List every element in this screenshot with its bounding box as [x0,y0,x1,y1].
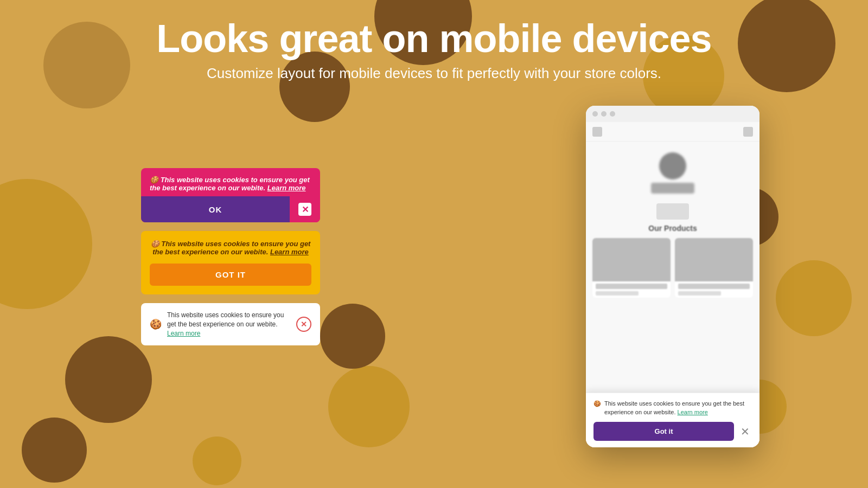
browser-got-it-button[interactable]: Got it [593,422,734,441]
cookie-banner-3: 🍪 This website uses cookies to ensure yo… [141,303,320,345]
product-price-1 [596,291,639,296]
products-title: Our Products [592,224,753,233]
browser-cookie-icon: 🍪 [593,400,601,408]
banner-1-actions: OK ✕ [141,196,320,222]
banner-3-learn-more[interactable]: Learn more [167,330,200,337]
browser-titlebar [586,106,760,122]
product-name-1 [596,284,667,289]
product-info-1 [592,281,671,298]
banner-2-got-it-button[interactable]: GOT IT [150,264,311,286]
products-grid [592,238,753,298]
banner-3-text: This website uses cookies to ensure you … [167,311,291,338]
product-image-1 [592,238,671,281]
banner-2-text: 🍪 This website uses cookies to ensure yo… [150,240,311,256]
product-card-2 [675,238,753,298]
close-icon-browser: ✕ [741,426,750,438]
browser-dot-yellow [601,111,607,117]
browser-menu-icon [743,127,753,137]
browser-learn-more[interactable]: Learn more [678,409,708,415]
browser-toolbar [586,122,760,142]
background-circle [65,336,152,423]
product-card-1 [592,238,671,298]
background-circle [193,436,241,485]
browser-cookie-banner: 🍪This website uses cookies to ensure you… [586,393,760,447]
product-image-2 [675,238,753,281]
banner-3-close-button[interactable]: ✕ [296,317,311,332]
browser-cookie-actions: Got it ✕ [593,422,752,441]
store-header [586,142,760,199]
product-name-2 [678,284,750,289]
cookie-banner-1: 🍪 This website uses cookies to ensure yo… [141,168,320,222]
browser-mockup: Our Products [586,106,760,447]
browser-content: Our Products [586,122,760,447]
cookie-icon-3: 🍪 [150,318,162,330]
browser-close-button[interactable]: ✕ [738,425,752,438]
background-circle [0,179,92,309]
background-circle [776,260,852,336]
close-icon-3: ✕ [301,320,307,329]
page-header: Looks great on mobile devices Customize … [0,0,868,82]
banner-1-close-button[interactable]: ✕ [290,196,320,222]
cookie-banners: 🍪 This website uses cookies to ensure yo… [141,168,320,345]
browser-cookie-text: 🍪This website uses cookies to ensure you… [593,400,752,416]
browser-dot-green [610,111,615,117]
cookie-banner-2: 🍪 This website uses cookies to ensure yo… [141,231,320,294]
page-subtitle: Customize layout for mobile devices to f… [0,65,868,82]
banner-1-learn-more[interactable]: Learn more [267,184,306,192]
background-circle [22,418,87,483]
close-icon: ✕ [298,203,311,216]
browser-dot-red [592,111,598,117]
background-circle [328,366,410,447]
page-title: Looks great on mobile devices [0,16,868,61]
product-price-2 [678,291,721,296]
store-name [651,183,694,194]
store-logo [659,152,686,179]
products-section: Our Products [586,224,760,298]
background-circle [320,304,385,369]
store-search [656,203,689,220]
product-info-2 [675,281,753,298]
browser-search-icon [592,127,602,137]
banner-2-learn-more[interactable]: Learn more [270,248,309,256]
banner-1-ok-button[interactable]: OK [141,196,290,222]
banner-1-text: 🍪 This website uses cookies to ensure yo… [141,168,320,196]
